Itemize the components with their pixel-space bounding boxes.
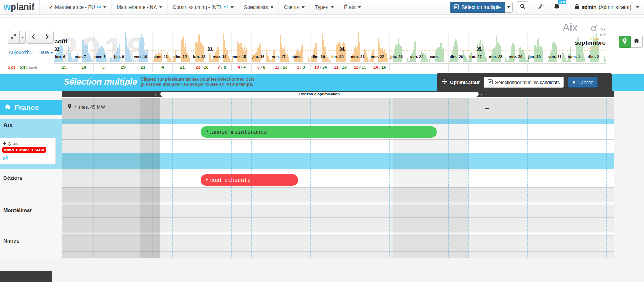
home-view-button[interactable]: [631, 36, 643, 48]
chevron-left-icon: [31, 34, 36, 41]
nav-item-maintenance-eu[interactable]: ✔Maintenance - EUx4: [44, 0, 112, 14]
wind-bar: [365, 50, 366, 62]
zoom-range-button[interactable]: [8, 31, 20, 44]
selection-multiple-dropdown-button[interactable]: [505, 2, 513, 13]
sidebar-item-mont-limar[interactable]: Montélimar: [3, 207, 32, 213]
nav-item-badge: x1: [224, 5, 228, 9]
day-label: dim. 12: [173, 55, 187, 59]
wind-bar: [267, 55, 268, 62]
sidebar-item-france[interactable]: France: [0, 100, 62, 115]
date-dropdown[interactable]: Date: [38, 50, 53, 55]
optimizer-handle[interactable]: Optimisateur: [442, 79, 480, 85]
task-fixed-schedule[interactable]: Fixed schedule: [201, 174, 298, 186]
wind-bar: [523, 51, 524, 62]
nav-item-clients[interactable]: Clients: [279, 0, 310, 14]
day-label: ven. 31: [548, 55, 561, 59]
grid-vline-day: [567, 98, 567, 258]
day-label: lun. 27: [469, 55, 482, 59]
wind-bar: [308, 57, 309, 62]
settings-wrench-button[interactable]: [538, 4, 544, 11]
wind-bar: [153, 60, 154, 62]
wind-bar: [459, 43, 459, 62]
wind-bar: [90, 56, 91, 62]
check-icon: ✔: [49, 5, 53, 10]
nav-item-specialists[interactable]: Specialists: [239, 0, 279, 14]
expand-diagonal-icon: [11, 34, 16, 41]
user-name: admin: [582, 4, 596, 10]
map-home-buttons: [619, 36, 643, 48]
day-label: mar. 7: [75, 55, 86, 59]
daily-production-cell: 14 / 16: [370, 64, 390, 71]
selection-multiple-button[interactable]: Sélection multiple: [450, 2, 505, 13]
day-gridline: [74, 32, 74, 62]
select-all-candidates-button[interactable]: Sélectionner tous les candidats: [484, 77, 564, 88]
wind-bar: [602, 53, 602, 62]
wind-bar: [281, 44, 282, 62]
day-label: mar. 14: [213, 55, 226, 59]
wind-bar: [348, 55, 348, 62]
wind-bar: [514, 45, 515, 62]
grid-vline-past: [133, 98, 133, 258]
app-logo[interactable]: wplanif: [4, 0, 40, 14]
wind-forecast-chart: 2018 Aix 10 m/s 7 m/s 4 m/s août septemb…: [54, 22, 606, 62]
zoom-range-dropdown[interactable]: [20, 31, 26, 44]
wind-bar: [287, 54, 288, 62]
day-gridline: [93, 32, 94, 62]
daily-production-cell: 7 / 8: [212, 64, 232, 71]
sidebar-item-aix[interactable]: Aix: [3, 122, 13, 129]
grid-vline-day: [429, 98, 429, 258]
select-all-label: Sélectionner tous les candidats: [495, 80, 560, 85]
wind-bar: [395, 46, 396, 62]
daily-production-cell: 14: [74, 64, 94, 71]
nav-item-commissioning-intl[interactable]: Commissioning - INTLx1: [168, 0, 239, 14]
wind-bar: [604, 56, 605, 62]
chevron-down-icon: [358, 6, 361, 8]
nav-item-tats[interactable]: États: [339, 0, 366, 14]
wind-bar: [94, 61, 94, 62]
launch-button[interactable]: Lancer: [568, 77, 598, 88]
wind-bar: [109, 54, 109, 62]
today-link[interactable]: Aujourd'hui: [9, 50, 34, 55]
wind-bar: [266, 50, 267, 62]
horizon-arrow-left-icon[interactable]: ←: [480, 91, 485, 97]
user-menu[interactable]: admin (Administrator): [575, 4, 641, 10]
previous-period-button[interactable]: [27, 31, 40, 44]
nav-item-label: Types: [315, 4, 328, 10]
day-gridline: [310, 32, 311, 62]
wind-bar: [513, 43, 514, 62]
open-site-icon[interactable]: [591, 24, 598, 33]
horizon-arrow-right-icon[interactable]: →: [152, 91, 157, 97]
day-label: dim. 19: [311, 55, 325, 59]
wind-bar: [238, 43, 239, 62]
wind-bar: [574, 45, 574, 62]
wind-bar: [327, 57, 328, 62]
map-pin-button[interactable]: [619, 36, 631, 48]
home-icon: [634, 38, 639, 45]
checkbox-icon: [488, 79, 493, 85]
wind-bar: [128, 47, 129, 62]
country-summary-text: 4 sites, 45 MW: [74, 104, 105, 110]
wind-bar: [495, 46, 496, 62]
notifications-button[interactable]: v4.0: [554, 3, 560, 11]
wind-bar: [600, 45, 600, 62]
wind-bar: [337, 43, 338, 62]
nav-item-maintenance-na[interactable]: Maintenance - NA: [112, 0, 168, 14]
wind-bar: [439, 47, 440, 62]
task-planned-maintenance[interactable]: Planned maintenance: [201, 126, 437, 138]
nav-item-label: Commissioning - INTL: [173, 4, 222, 10]
wind-bar: [344, 43, 345, 62]
day-gridline: [468, 32, 469, 62]
wind-bar: [66, 48, 66, 62]
production-unit: MWh: [29, 66, 37, 70]
daily-production-cell: 6: [93, 64, 113, 71]
sidebar-item-b-ziers[interactable]: Béziers: [3, 175, 22, 181]
nav-item-types[interactable]: Types: [310, 0, 339, 14]
search-button[interactable]: [517, 1, 528, 13]
sidebar-item-nimes[interactable]: Nimes: [3, 238, 19, 244]
wind-bar: [370, 59, 371, 62]
optimization-horizon-slider[interactable]: Horizon d'optimisation: [160, 92, 479, 97]
nav-item-label: Maintenance - NA: [117, 4, 157, 10]
wind-bar: [390, 59, 390, 62]
daily-production-cell: 19 / 24: [310, 64, 330, 71]
next-period-button[interactable]: [40, 31, 54, 44]
